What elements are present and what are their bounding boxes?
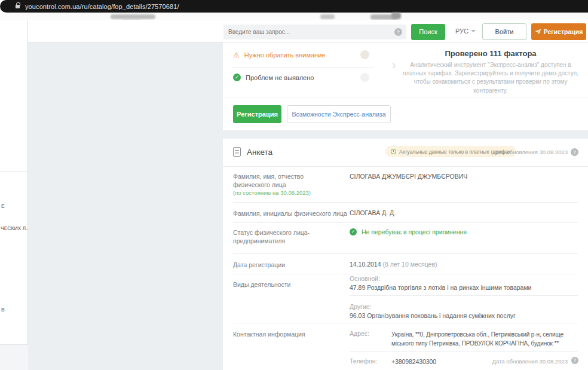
check-icon: ✓ (350, 228, 357, 236)
field-label: Фамилия, инициалы физического лица (233, 209, 365, 218)
help-icon[interactable]: ? (571, 148, 578, 156)
search-input[interactable] (223, 25, 406, 39)
field-label: Дата регистрации (233, 261, 338, 269)
anketa-card: Анкета Актуальные данные только в платны… (223, 139, 588, 370)
lock-icon (16, 5, 20, 8)
factors-title: Проверено 111 фактора (400, 49, 581, 58)
warning-icon: ⚠ (233, 51, 240, 59)
check-icon: ✓ (233, 74, 241, 81)
sidebar-footer (0, 344, 28, 370)
no-problems-row[interactable]: ✓ Проблем не выявлено (233, 74, 314, 81)
language-selector[interactable]: РУС (455, 27, 476, 35)
sidebar-item-fragment[interactable]: ЧЕСКИХ Л... (1, 225, 28, 231)
no-problems-label: Проблем не выявлено (246, 74, 314, 81)
field-value: СІЛОГАВА ДЖУМБЄРІ ДЖУМБЄРОВИЧ (350, 173, 467, 180)
no-problems-toggle[interactable] (360, 73, 369, 82)
activities-primary-label: Основной: (350, 275, 380, 282)
app-header: ? Поиск РУС Войти Регистрация (0, 20, 588, 42)
divider (232, 67, 373, 68)
divider (0, 171, 28, 172)
browser-address-bar[interactable]: youcontrol.com.ua/ru/catalog/fop_details… (0, 0, 588, 13)
browser-chrome-gap (0, 13, 588, 20)
field-label: Виды деятельности (233, 280, 338, 289)
help-icon[interactable]: ? (571, 357, 578, 364)
search-box: ? (223, 25, 406, 39)
anketa-title: Анкета (247, 148, 272, 157)
url-text: youcontrol.com.ua/ru/catalog/fop_details… (25, 3, 179, 10)
divider (233, 202, 578, 203)
field-label: Контактная информация (233, 330, 338, 338)
help-icon[interactable]: ? (394, 28, 402, 36)
phone-label: Телефон: (350, 357, 377, 365)
artifact (320, 14, 335, 19)
activities-other-value: 96.03 Організування поховань і надання с… (350, 312, 577, 319)
signup-button[interactable]: Регистрация (531, 23, 586, 40)
attention-toggle[interactable] (360, 50, 369, 59)
express-analysis-button[interactable]: Возможности Экспресс-анализа (287, 105, 391, 123)
divider (233, 323, 578, 323)
sidebar-strip: Е ЧЕСКИХ Л... В (0, 20, 28, 370)
chevron-down-icon (471, 30, 476, 32)
activities-other-label: Другие: (350, 303, 372, 310)
clock-icon (391, 149, 396, 154)
sidebar-item-fragment[interactable]: В (1, 307, 29, 313)
sidebar-item-fragment[interactable]: Е (1, 203, 29, 209)
updated-date: Дата обновления 30.08.2023 (492, 358, 568, 365)
field-note: (по состоянию на 30.08.2023) (233, 189, 311, 196)
activities-primary-value: 47.89 Роздрібна торгівля з лотків і на р… (350, 284, 577, 291)
factors-description: Аналитический инструмент "Экспресс-анали… (400, 61, 581, 95)
address-value: Україна, **0, Дніпропетровська обл., Пет… (391, 330, 569, 348)
artifact (391, 13, 401, 19)
register-button[interactable]: Регистрация (233, 105, 281, 123)
field-label: Фамилия, имя, отчество физического лица (233, 172, 338, 189)
reg-date-value: 14.10.2014 (350, 261, 381, 268)
field-value: ✓ Не перебуває в процесі припинення (350, 228, 467, 236)
screen: youcontrol.com.ua/ru/catalog/fop_details… (0, 0, 588, 370)
divider (233, 253, 578, 254)
divider (233, 222, 578, 223)
divider (223, 166, 588, 167)
login-button[interactable]: Войти (482, 23, 526, 40)
reg-date-note: (8 лет 10 месяцев) (382, 261, 437, 268)
status-value: Не перебуває в процесі припинення (362, 228, 467, 236)
attention-row[interactable]: ⚠ Нужно обратить внимание (233, 51, 325, 59)
address-label: Адрес: (350, 330, 369, 337)
document-icon (233, 147, 241, 157)
attention-label: Нужно обратить внимание (244, 51, 326, 59)
field-value: 14.10.2014 (8 лет 10 месяцев) (350, 261, 437, 268)
status-card: ⚠ Нужно обратить внимание ✓ Проблем не в… (223, 42, 588, 130)
divider (350, 351, 578, 352)
updated-date: Дата обновления 30.08.2023 (492, 149, 568, 155)
divider (350, 295, 578, 296)
divider (233, 274, 578, 274)
signup-label: Регистрация (544, 28, 583, 35)
send-icon (535, 28, 541, 35)
chevron-right-icon: › (392, 58, 396, 72)
language-label: РУС (455, 27, 468, 35)
field-label: Статус физического лица-предпринимателя (233, 228, 338, 245)
field-value: СІЛОГАВА Д. Д. (350, 209, 396, 216)
search-button[interactable]: Поиск (411, 24, 445, 40)
divider (223, 97, 588, 97)
